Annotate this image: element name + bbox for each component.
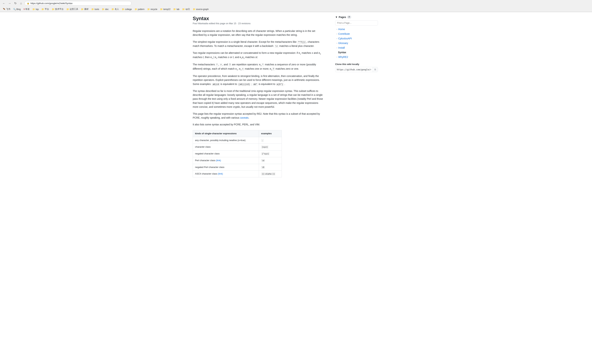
bookmark-pingtai[interactable]: 📁 平台	[40, 7, 50, 11]
sidebar-item-syntax[interactable]: Syntax	[335, 50, 378, 55]
bookmark-jishu-label: 技术平台	[55, 8, 64, 11]
bookmark-yunyingon[interactable]: 📁 运营工具	[65, 7, 79, 11]
sidebar-item-contribute[interactable]: › Contribute	[335, 32, 378, 36]
para-2: The simplest regular expression is a sin…	[193, 40, 325, 48]
para-8: It also lists some syntax accepted by PC…	[193, 123, 325, 126]
para-7: This page lists the regular expression s…	[193, 112, 325, 120]
refresh-button[interactable]: ↻	[13, 1, 17, 6]
example-code: [xyz]	[261, 145, 268, 149]
bookmark-pattern-label: pattern	[138, 8, 144, 11]
back-button[interactable]: ←	[2, 1, 6, 6]
sidebar-item-home[interactable]: › Home	[335, 27, 378, 32]
table-cell-example: [^xyz]	[259, 150, 282, 157]
table-cell-link[interactable]: (link)	[218, 172, 223, 175]
bookmark-bing[interactable]: 🔍 Bing	[12, 8, 22, 11]
home-button[interactable]: ⌂	[19, 1, 23, 6]
sidebar-item-label-home: Home	[338, 28, 345, 31]
table-row: character class[xyz]	[193, 144, 282, 150]
code-abcd2: (ab)|(cd)	[238, 83, 251, 86]
para-6: The syntax described so far is most of t…	[193, 89, 325, 109]
bookmark-jishu[interactable]: 📁 技术平台	[51, 7, 65, 11]
bookmark-upzhu[interactable]: 📁 up主	[181, 7, 191, 11]
folder-icon-tools: 📁	[91, 8, 94, 11]
example-code: \d	[261, 159, 265, 162]
example-code: \D	[261, 166, 265, 169]
clone-copy-button[interactable]: ⎘	[373, 67, 378, 72]
bookmark-tools-label: tools	[95, 8, 99, 11]
bookmark-college[interactable]: 📁 college	[121, 8, 133, 11]
pages-search-input[interactable]	[335, 20, 378, 26]
sidebar-item-label-cplusplusapi: CpluslusAPI	[338, 37, 352, 40]
forward-button[interactable]: →	[7, 1, 12, 6]
bookmark-pattern[interactable]: 📁 pattern	[134, 8, 145, 11]
bookmark-lab[interactable]: 📁 lab	[172, 8, 180, 11]
table-cell-example: [xyz]	[259, 144, 282, 150]
caveats-link[interactable]: caveats	[240, 116, 248, 119]
bookmark-sourcegraph-label: source-graph	[196, 8, 209, 11]
clone-url-input[interactable]	[335, 67, 373, 72]
bookmark-top[interactable]: 📁 top	[31, 8, 40, 11]
folder-icon-recycle: 📁	[147, 8, 150, 11]
table-row: ASCII character class (link)[[:alpha:]]	[193, 171, 282, 177]
clone-title: Clone this wiki locally	[335, 63, 378, 65]
pages-count-badge: 7	[347, 16, 351, 19]
bookmark-recycle[interactable]: 📁 recycle	[146, 8, 158, 11]
bookmark-youdao[interactable]: Y 有道	[22, 7, 31, 11]
sidebar-item-whyre2[interactable]: › WhyRE2	[335, 55, 378, 59]
folder-icon-college: 📁	[122, 8, 124, 11]
syntax-table: kinds of single-character expressions ex…	[193, 130, 282, 178]
bookmark-youdao-label: 有道	[25, 8, 30, 11]
clone-section: Clone this wiki locally ⎘	[335, 63, 378, 72]
page-title: Syntax	[193, 16, 325, 21]
sidebar-pages-section: ▼ Pages 7 › Home › Contribute › Cpluslus…	[335, 16, 378, 59]
folder-icon-jishu: 📁	[52, 8, 54, 11]
folder-icon-doc: 📁	[102, 8, 104, 11]
chevron-icon-home: ›	[337, 28, 337, 30]
example-code: .	[261, 139, 264, 142]
chevron-icon-glossary: ›	[337, 42, 337, 44]
bookmark-feishu[interactable]: 🪶 飞书	[2, 7, 11, 11]
sidebar-item-install[interactable]: › Install	[335, 46, 378, 50]
bookmark-recycle-label: recycle	[150, 8, 157, 11]
bing-icon: 🔍	[13, 8, 16, 11]
col-kinds: kinds of single-character expressions	[193, 130, 259, 137]
sidebar-item-label-glossary: Glossary	[338, 42, 348, 45]
pages-header[interactable]: ▼ Pages 7	[335, 16, 378, 19]
code-star: *	[215, 63, 218, 66]
para-3: Two regular expressions can be alternate…	[193, 51, 325, 60]
code-plus: +	[220, 63, 222, 66]
sidebar-item-label-whyre2: WhyRE2	[338, 56, 348, 58]
bookmark-tools[interactable]: 📁 tools	[90, 8, 100, 11]
table-cell-kind: any character, possibly including newlin…	[193, 137, 259, 144]
wiki-content: Regular expressions are a notation for d…	[193, 29, 325, 177]
bookmark-mingren[interactable]: 📁 名人	[111, 7, 120, 11]
bookmarks-bar: 🪶 飞书 🔍 Bing Y 有道 📁 top 📁 平台 📁 技术平台 📁 运营工…	[0, 6, 592, 12]
chevron-icon-whyre2: ›	[337, 56, 337, 58]
sidebar-item-glossary[interactable]: › Glossary	[335, 41, 378, 46]
bookmark-doc[interactable]: 📁 doc	[101, 8, 110, 11]
bookmark-doc-label: doc	[105, 8, 109, 11]
table-cell-link[interactable]: (link)	[216, 159, 221, 162]
browser-nav-bar: ← → ↻ ⌂ 🔒 https://github.com/google/re2/…	[0, 0, 592, 6]
code-q2: ?	[272, 67, 275, 71]
table-cell-kind: ASCII character class (link)	[193, 171, 259, 177]
bookmark-feishu-label: 飞书	[6, 8, 10, 11]
sidebar-item-cplusplusapi[interactable]: › CpluslusAPI	[335, 36, 378, 41]
para-4: The metacharacters *, +, and ? are repet…	[193, 63, 325, 71]
bookmark-mingren-label: 名人	[115, 8, 119, 11]
bookmark-sucai[interactable]: 📁 素材	[80, 7, 90, 11]
code-plus2: +	[241, 67, 244, 71]
bookmark-temp22[interactable]: 📁 temp22	[159, 8, 171, 11]
folder-icon-yunying: 📁	[66, 8, 69, 11]
clone-input-row: ⎘	[335, 67, 378, 72]
bookmark-yunying-label: 运营工具	[70, 8, 78, 11]
table-cell-example: \d	[259, 157, 282, 164]
bookmark-college-label: college	[125, 8, 132, 11]
folder-icon-pingtai: 📁	[41, 8, 44, 11]
bookmark-sourcegraph[interactable]: 📁 source-graph	[192, 8, 210, 11]
folder-icon-pattern: 📁	[135, 8, 137, 11]
code-abstar: ab*	[253, 83, 258, 86]
address-bar[interactable]: 🔒 https://github.com/google/re2/wiki/Syn…	[25, 1, 131, 6]
table-cell-example: \D	[259, 164, 282, 171]
table-cell-example: .	[259, 137, 282, 144]
